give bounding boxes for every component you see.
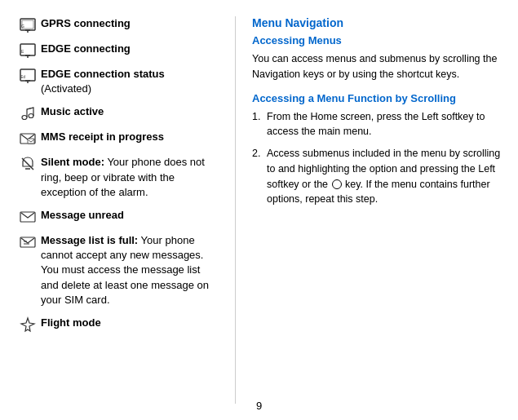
list-item: MMS receipt in progress <box>15 130 212 147</box>
silent-mode-icon <box>15 155 41 172</box>
gprs-connecting-label: GPRS connecting <box>41 16 212 31</box>
edge-connection-status-icon: Ed <box>15 67 41 84</box>
flight-mode-icon <box>15 316 41 333</box>
steps-list: 1. From the Home screen, press the Left … <box>252 109 503 208</box>
svg-text:E: E <box>21 49 24 54</box>
svg-point-13 <box>22 116 27 120</box>
main-title: Menu Navigation <box>252 16 503 29</box>
mms-receipt-icon <box>15 130 41 147</box>
edge-connecting-label: EDGE connecting <box>41 42 212 56</box>
flight-mode-label: Flight mode <box>41 316 212 330</box>
step-1: 1. From the Home screen, press the Left … <box>252 109 503 140</box>
section1-title: Accessing Menus <box>252 34 503 46</box>
section1-body: You can access menus and submenus by scr… <box>252 51 503 82</box>
message-unread-icon <box>15 208 41 225</box>
message-unread-label: Message unread <box>41 208 212 223</box>
edge-connection-status-label: EDGE connection status (Activated) <box>41 67 212 96</box>
right-column: Menu Navigation Accessing Menus You can … <box>244 16 503 404</box>
message-list-full-label: Message list is full: Your phone cannot … <box>41 233 212 307</box>
music-active-label: Music active <box>41 104 212 119</box>
left-column: G GPRS connecting E EDGE connecting <box>15 16 227 404</box>
step-2-text: Access submenus included in the menu by … <box>267 146 503 207</box>
page-container: G GPRS connecting E EDGE connecting <box>0 0 518 420</box>
step-1-num: 1. <box>252 109 267 140</box>
list-item: Message list is full: Your phone cannot … <box>15 233 212 307</box>
list-item: Ed EDGE connection status (Activated) <box>15 67 212 96</box>
edge-connecting-icon: E <box>15 42 41 59</box>
mms-receipt-label: MMS receipt in progress <box>41 130 212 144</box>
list-item: G GPRS connecting <box>15 16 212 33</box>
step-2: 2. Access submenus included in the menu … <box>252 146 503 207</box>
svg-line-15 <box>27 108 33 109</box>
gprs-connecting-icon: G <box>15 16 41 33</box>
circle-key-icon <box>332 179 342 189</box>
step-2-num: 2. <box>252 146 267 207</box>
step-1-text: From the Home screen, press the Left sof… <box>267 109 503 140</box>
svg-point-14 <box>29 114 33 118</box>
column-divider <box>235 16 236 404</box>
list-item: E EDGE connecting <box>15 42 212 59</box>
svg-text:Ed: Ed <box>21 75 26 79</box>
list-item: Message unread <box>15 208 212 225</box>
svg-rect-17 <box>28 139 34 144</box>
section2-title: Accessing a Menu Function by Scrolling <box>252 92 503 104</box>
list-item: Music active <box>15 104 212 122</box>
svg-text:G: G <box>21 24 24 29</box>
message-list-full-icon <box>15 233 41 250</box>
music-active-icon <box>15 104 41 122</box>
silent-mode-label: Silent mode: Your phone does not ring, b… <box>41 155 212 200</box>
list-item: Silent mode: Your phone does not ring, b… <box>15 155 212 200</box>
list-item: Flight mode <box>15 316 212 333</box>
page-number: 9 <box>256 400 262 412</box>
